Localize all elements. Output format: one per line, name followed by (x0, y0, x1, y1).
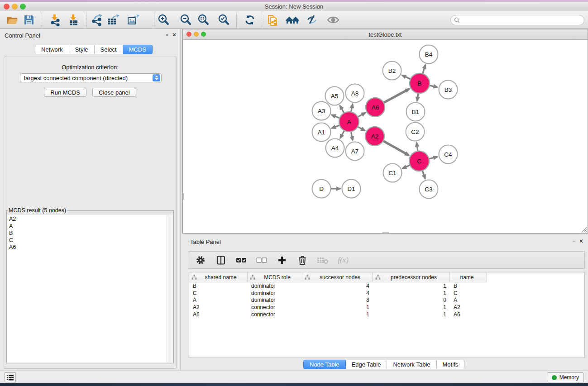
edge-B-B4[interactable] (422, 65, 425, 75)
tab-style[interactable]: Style (69, 45, 95, 54)
edge-A6-B[interactable] (383, 89, 409, 103)
table-cell[interactable]: C (450, 290, 487, 296)
table-cell[interactable]: dominator (248, 297, 302, 303)
table-row[interactable]: Cdominator41C (189, 290, 584, 297)
export-image-button[interactable] (126, 13, 140, 27)
add-column-button[interactable] (276, 254, 288, 266)
table-row[interactable]: A6connector11A6 (189, 311, 584, 318)
table-cell[interactable]: 1 (373, 290, 450, 296)
table-cell[interactable]: 4 (302, 290, 373, 296)
window-resize-grip[interactable] (581, 227, 587, 233)
apply-layout-button[interactable] (243, 13, 257, 27)
node-A7[interactable]: A7 (346, 142, 364, 161)
table-cell[interactable]: 1 (373, 283, 450, 289)
save-session-button[interactable] (22, 13, 36, 27)
table-cell[interactable]: B (189, 283, 248, 289)
table-cell[interactable]: 4 (302, 283, 373, 289)
column-header[interactable]: successor nodes (302, 272, 373, 282)
node-C2[interactable]: C2 (406, 123, 425, 141)
node-B[interactable]: B (410, 73, 430, 93)
column-header[interactable]: MCDS role (248, 272, 302, 282)
mcds-result-list[interactable]: A2ABCA6 (7, 215, 167, 362)
search-field[interactable] (450, 15, 584, 25)
node-B4[interactable]: B4 (420, 45, 438, 64)
list-item[interactable]: C (9, 237, 167, 244)
search-input[interactable] (460, 16, 584, 24)
zoom-out-button[interactable] (179, 13, 192, 27)
task-history-button[interactable] (5, 372, 16, 382)
table-row[interactable]: A2connector11A2 (189, 304, 584, 311)
table-cell[interactable]: A6 (450, 311, 487, 318)
import-network-button[interactable] (48, 13, 62, 27)
close-panel-icon[interactable]: ✕ (579, 238, 583, 244)
node-A6[interactable]: A6 (366, 98, 385, 117)
run-mcds-button[interactable]: Run MCDS (44, 88, 86, 97)
column-header[interactable]: predecessor nodes (373, 272, 450, 282)
node-D1[interactable]: D1 (342, 180, 361, 198)
tab-network[interactable]: Network (35, 45, 69, 54)
node-B2[interactable]: B2 (383, 62, 402, 80)
node-A5[interactable]: A5 (325, 87, 344, 105)
table-cell[interactable]: A2 (450, 304, 487, 310)
table-cell[interactable]: 0 (373, 297, 450, 303)
delete-column-button[interactable] (296, 254, 308, 266)
node-B1[interactable]: B1 (406, 103, 425, 121)
function-builder-button[interactable]: f(x) (337, 254, 349, 266)
new-network-from-selection-button[interactable] (266, 13, 280, 27)
memory-button[interactable]: Memory (547, 372, 584, 382)
table-cell[interactable]: 1 (373, 304, 450, 310)
toggle-graphics-details-button[interactable] (306, 13, 319, 27)
node-A3[interactable]: A3 (312, 102, 331, 120)
delete-table-button[interactable] (317, 254, 329, 266)
fit-content-button[interactable] (196, 13, 210, 27)
edge-A-A7[interactable] (351, 131, 353, 140)
zoom-in-button[interactable] (157, 13, 170, 27)
edge-B-B2[interactable] (402, 75, 411, 79)
table-row[interactable]: Bdominator41B (189, 282, 584, 290)
mcds-list-scrollbar[interactable] (167, 215, 173, 362)
close-panel-icon[interactable]: ✕ (172, 32, 177, 38)
close-panel-button[interactable]: Close panel (92, 88, 136, 97)
column-header[interactable]: shared name (189, 272, 248, 282)
criterion-select[interactable]: largest connected component (directed) (20, 73, 162, 82)
node-A2[interactable]: A2 (365, 127, 384, 146)
show-all-networks-button[interactable] (286, 13, 299, 27)
node-A8[interactable]: A8 (346, 84, 364, 103)
open-session-button[interactable] (5, 13, 19, 27)
list-item[interactable]: A2 (9, 216, 167, 223)
zoom-selected-button[interactable] (217, 13, 230, 27)
node-C[interactable]: C (409, 151, 429, 171)
table-cell[interactable]: 1 (302, 304, 373, 310)
column-header[interactable]: name (450, 272, 487, 282)
select-all-button[interactable] (235, 254, 247, 266)
table-cell[interactable]: A2 (189, 304, 248, 310)
tab-motifs[interactable]: Motifs (437, 360, 465, 369)
table-cell[interactable]: 8 (302, 297, 373, 303)
network-canvas-svg[interactable]: AA1A2A3A4A5A6A7A8BB1B2B3B4CC1C2C3C4DD1 (183, 40, 588, 233)
float-panel-icon[interactable]: ▫ (573, 238, 575, 244)
table-cell[interactable]: dominator (248, 290, 302, 296)
tab-mcds[interactable]: MCDS (123, 45, 153, 54)
node-C1[interactable]: C1 (383, 164, 402, 182)
node-A[interactable]: A (339, 112, 359, 132)
export-table-button[interactable] (106, 13, 120, 27)
deselect-all-button[interactable] (256, 254, 268, 266)
node-A1[interactable]: A1 (312, 123, 331, 142)
network-canvas[interactable]: AA1A2A3A4A5A6A7A8BB1B2B3B4CC1C2C3C4DD1 (183, 40, 588, 233)
float-panel-icon[interactable]: ▫ (166, 32, 168, 38)
tab-select[interactable]: Select (95, 45, 123, 54)
table-cell[interactable]: 1 (302, 311, 373, 318)
node-C4[interactable]: C4 (439, 145, 458, 164)
table-options-button[interactable] (195, 254, 206, 266)
table-cell[interactable]: connector (248, 304, 302, 310)
list-item[interactable]: A (9, 223, 167, 230)
list-item[interactable]: B (9, 230, 167, 237)
table-cell[interactable]: A (450, 297, 487, 303)
export-network-button[interactable] (90, 13, 104, 27)
node-C3[interactable]: C3 (420, 180, 438, 199)
import-table-button[interactable] (67, 13, 81, 27)
tab-edge-table[interactable]: Edge Table (346, 360, 387, 369)
node-D[interactable]: D (312, 180, 331, 198)
table-row[interactable]: Adominator80A (189, 297, 584, 304)
list-item[interactable]: A6 (9, 244, 167, 251)
